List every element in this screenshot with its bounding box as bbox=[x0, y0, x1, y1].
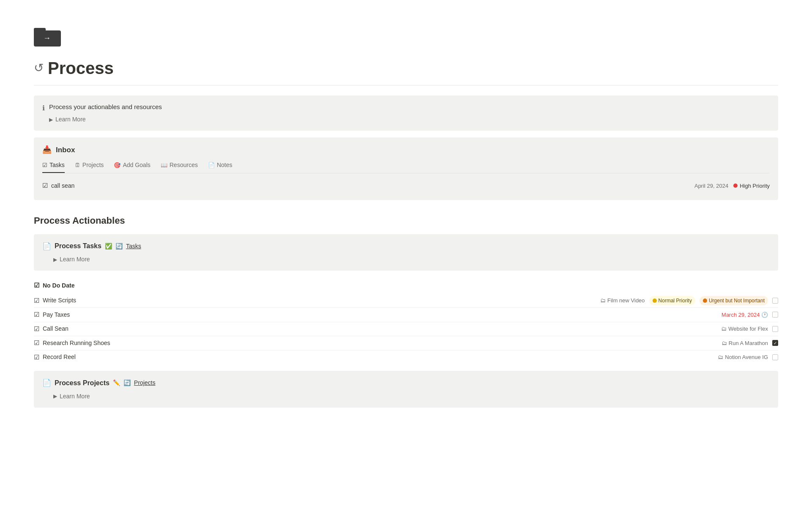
tab-tasks[interactable]: ☑ Tasks bbox=[42, 161, 65, 173]
table-row: ☑ Pay Taxes March 29, 2024 🕐 bbox=[34, 308, 778, 322]
task-meta: 🗂 Film new Video Normal Priority Urgent … bbox=[600, 296, 778, 305]
toggle-arrow-icon: ▶ bbox=[53, 256, 57, 263]
task-checkbox[interactable]: ☑ bbox=[34, 310, 39, 320]
page-title-row: ↺ Process bbox=[34, 55, 778, 81]
process-tasks-block: 📄 Process Tasks ✅ 🔄 Tasks ▶ Learn More bbox=[34, 234, 778, 271]
priority-badge: High Priority bbox=[733, 182, 770, 190]
task-checkbox[interactable]: ☑ bbox=[34, 324, 39, 334]
tab-add-goals[interactable]: 🎯 Add Goals bbox=[114, 161, 150, 173]
tab-notes[interactable]: 📄 Notes bbox=[208, 161, 233, 173]
project-name: Notion Avenue IG bbox=[725, 353, 768, 362]
projects-tab-icon: 🗓 bbox=[75, 161, 80, 170]
project-icon: 🗂 bbox=[721, 339, 727, 348]
normal-priority-badge: Normal Priority bbox=[649, 296, 695, 305]
process-tasks-refresh-icon: 🔄 bbox=[115, 242, 123, 251]
process-tasks-header: 📄 Process Tasks ✅ 🔄 Tasks bbox=[42, 241, 770, 252]
notes-tab-icon: 📄 bbox=[208, 161, 215, 170]
inbox-title: Inbox bbox=[56, 145, 75, 156]
callout-toggle-label[interactable]: Learn More bbox=[55, 115, 86, 124]
priority-dot-orange bbox=[703, 299, 707, 303]
process-tasks-title: Process Tasks bbox=[55, 241, 102, 251]
notes-tab-label: Notes bbox=[217, 161, 233, 170]
task-left: ☑ Record Reel bbox=[34, 353, 76, 362]
task-name: Write Scripts bbox=[43, 296, 76, 305]
process-projects-refresh-icon: 🔄 bbox=[123, 378, 131, 387]
no-do-date-checkbox[interactable]: ☑ bbox=[34, 281, 39, 290]
project-tag: 🗂 Film new Video bbox=[600, 296, 645, 305]
process-tasks-toggle[interactable]: ▶ Learn More bbox=[42, 255, 770, 264]
process-tasks-check-icon: ✅ bbox=[105, 242, 112, 251]
task-meta: 🗂 Website for Flex bbox=[721, 325, 778, 333]
task-name: Research Running Shoes bbox=[43, 339, 110, 348]
task-meta: 🗂 Run A Marathon ✓ bbox=[721, 339, 778, 348]
resources-tab-icon: 📖 bbox=[161, 161, 167, 170]
goals-tab-label: Add Goals bbox=[123, 161, 150, 170]
task-left: ☑ Pay Taxes bbox=[34, 310, 70, 320]
process-projects-toggle-label[interactable]: Learn More bbox=[60, 392, 90, 401]
project-name: Film new Video bbox=[607, 296, 645, 305]
project-ref: 🗂 Notion Avenue IG bbox=[718, 353, 768, 362]
task-meta: March 29, 2024 🕐 bbox=[721, 311, 778, 319]
svg-rect-1 bbox=[34, 28, 46, 33]
resources-tab-label: Resources bbox=[170, 161, 198, 170]
svg-text:→: → bbox=[43, 34, 51, 42]
project-ref: 🗂 Run A Marathon bbox=[721, 339, 768, 348]
task-row-checkbox-empty[interactable] bbox=[772, 298, 778, 304]
inbox-icon: 📥 bbox=[42, 144, 52, 156]
tasks-tab-label: Tasks bbox=[49, 161, 65, 170]
callout-toggle[interactable]: ▶ Learn More bbox=[49, 115, 770, 124]
task-left: ☑ Call Sean bbox=[34, 324, 69, 334]
project-name: Website for Flex bbox=[728, 325, 768, 333]
task-name: Record Reel bbox=[43, 353, 76, 362]
task-checkbox[interactable]: ☑ bbox=[34, 296, 39, 306]
task-name: Call Sean bbox=[43, 324, 69, 333]
inbox-task-row: ☑ call sean April 29, 2024 High Priority bbox=[42, 178, 770, 193]
process-tasks-link[interactable]: Tasks bbox=[126, 242, 141, 251]
callout-description: Process your actionables and resources bbox=[49, 102, 770, 112]
task-date-red: March 29, 2024 🕐 bbox=[721, 311, 768, 319]
task-checkbox[interactable]: ☑ bbox=[34, 338, 39, 348]
table-row: ☑ Research Running Shoes 🗂 Run A Maratho… bbox=[34, 336, 778, 351]
process-projects-icon: 📄 bbox=[42, 378, 51, 389]
normal-priority-label: Normal Priority bbox=[658, 297, 692, 304]
page-title: Process bbox=[48, 55, 114, 81]
process-actionables-section: Process Actionables 📄 Process Tasks ✅ 🔄 … bbox=[34, 214, 778, 408]
task-row-checkbox-empty[interactable] bbox=[772, 312, 778, 318]
task-date: April 29, 2024 bbox=[694, 182, 728, 190]
section-heading: Process Actionables bbox=[34, 214, 778, 227]
tasks-tab-icon: ☑ bbox=[42, 161, 47, 170]
process-projects-block: 📄 Process Projects ✏️ 🔄 Projects ▶ Learn… bbox=[34, 371, 778, 408]
inbox-tabs: ☑ Tasks 🗓 Projects 🎯 Add Goals 📖 Resourc… bbox=[42, 161, 770, 173]
task-meta: 🗂 Notion Avenue IG bbox=[718, 353, 778, 362]
task-left: ☑ call sean bbox=[42, 181, 74, 191]
info-icon: ℹ bbox=[42, 103, 45, 113]
process-projects-toggle[interactable]: ▶ Learn More bbox=[42, 392, 770, 401]
task-checkbox[interactable]: ☑ bbox=[34, 353, 39, 362]
task-row-checkbox-empty[interactable] bbox=[772, 326, 778, 332]
no-do-date-label: No Do Date bbox=[43, 281, 74, 290]
process-projects-header: 📄 Process Projects ✏️ 🔄 Projects bbox=[42, 378, 770, 389]
process-projects-title: Process Projects bbox=[55, 378, 110, 388]
process-tasks-toggle-label[interactable]: Learn More bbox=[60, 255, 90, 264]
tab-resources[interactable]: 📖 Resources bbox=[161, 161, 198, 173]
table-row: ☑ Call Sean 🗂 Website for Flex bbox=[34, 322, 778, 337]
priority-label: High Priority bbox=[740, 182, 770, 190]
urgent-label: Urgent but Not Important bbox=[709, 297, 765, 304]
task-checkbox-icon[interactable]: ☑ bbox=[42, 181, 48, 191]
callout-content: Process your actionables and resources ▶… bbox=[49, 102, 770, 124]
task-row-checkbox-checked[interactable]: ✓ bbox=[772, 340, 778, 346]
project-icon: 🗂 bbox=[600, 296, 606, 305]
process-tasks-icon: 📄 bbox=[42, 241, 51, 252]
project-icon: 🗂 bbox=[718, 353, 723, 362]
callout-block: ℹ Process your actionables and resources… bbox=[34, 96, 778, 131]
tab-projects[interactable]: 🗓 Projects bbox=[75, 161, 104, 173]
priority-dot-red bbox=[733, 184, 738, 188]
process-projects-link[interactable]: Projects bbox=[134, 378, 156, 387]
task-name: call sean bbox=[51, 181, 74, 190]
tasks-list-section: ☑ Write Scripts 🗂 Film new Video Normal … bbox=[34, 294, 778, 364]
project-icon: 🗂 bbox=[721, 325, 727, 333]
task-row-checkbox-empty[interactable] bbox=[772, 354, 778, 360]
inbox-header: 📥 Inbox bbox=[42, 144, 770, 156]
toggle-arrow-icon: ▶ bbox=[49, 116, 53, 123]
projects-tab-label: Projects bbox=[82, 161, 104, 170]
